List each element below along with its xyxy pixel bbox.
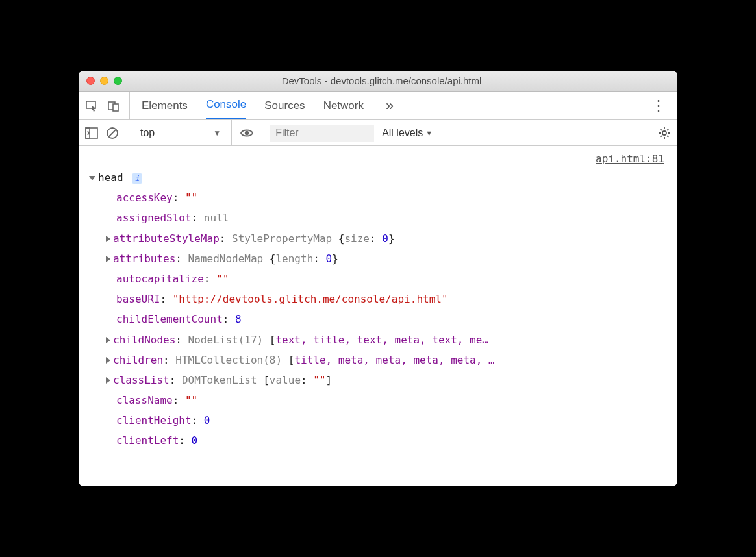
svg-line-13: [661, 129, 662, 130]
chevron-down-icon: ▼: [425, 129, 433, 137]
titlebar: DevTools - devtools.glitch.me/console/ap…: [79, 71, 677, 92]
prop-row[interactable]: children: HTMLCollection(8) [title, meta…: [89, 350, 667, 370]
context-value: top: [140, 127, 155, 139]
expand-arrow-icon[interactable]: [106, 357, 110, 364]
context-selector[interactable]: top ▼: [135, 120, 232, 145]
expand-arrow-icon[interactable]: [106, 236, 110, 242]
prop-row[interactable]: baseURI: "http://devtools.glitch.me/cons…: [89, 289, 667, 309]
info-badge-icon[interactable]: i: [132, 173, 142, 184]
eye-icon[interactable]: [240, 126, 254, 140]
filter-input[interactable]: [270, 125, 374, 142]
svg-point-8: [662, 131, 666, 135]
devtools-window: DevTools - devtools.glitch.me/console/ap…: [79, 71, 677, 486]
prop-row[interactable]: childNodes: NodeList(17) [text, title, t…: [89, 330, 667, 350]
device-toggle-icon[interactable]: [107, 99, 120, 112]
inspect-icon[interactable]: [85, 99, 98, 112]
tab-console[interactable]: Console: [206, 92, 246, 119]
prop-row[interactable]: attributes: NamedNodeMap {length: 0}: [89, 249, 667, 269]
tab-sources[interactable]: Sources: [264, 92, 305, 119]
more-menu[interactable]: ⋮: [646, 92, 671, 119]
expand-arrow-icon[interactable]: [106, 377, 110, 384]
window-title: DevTools - devtools.glitch.me/console/ap…: [94, 75, 670, 86]
prop-row[interactable]: assignedSlot: null: [89, 208, 667, 228]
svg-point-7: [245, 130, 249, 134]
tab-network[interactable]: Network: [323, 92, 364, 119]
svg-line-14: [667, 136, 668, 137]
clear-console-icon[interactable]: [106, 127, 119, 140]
chevron-down-icon: ▼: [213, 129, 221, 138]
prop-row[interactable]: childElementCount: 8: [89, 309, 667, 329]
prop-row[interactable]: clientHeight: 0: [89, 410, 667, 430]
prop-row[interactable]: attributeStyleMap: StylePropertyMap {siz…: [89, 229, 667, 249]
panel-tabbar: Elements Console Sources Network » ⋮: [79, 92, 677, 120]
prop-row[interactable]: autocapitalize: "": [89, 269, 667, 289]
svg-rect-2: [113, 104, 118, 111]
gear-icon[interactable]: [658, 127, 671, 140]
console-toolbar: top ▼ All levels ▼: [79, 120, 677, 146]
svg-rect-3: [86, 128, 97, 138]
svg-line-6: [109, 130, 116, 136]
levels-label: All levels: [382, 127, 423, 139]
console-output: head i accessKey: "" assignedSlot: null …: [79, 167, 677, 486]
prop-row[interactable]: classList: DOMTokenList [value: ""]: [89, 370, 667, 390]
prop-row[interactable]: clientLeft: 0: [89, 430, 667, 451]
tab-overflow[interactable]: »: [382, 92, 397, 119]
prop-row[interactable]: className: "": [89, 390, 667, 410]
log-levels-selector[interactable]: All levels ▼: [382, 127, 433, 139]
svg-line-15: [661, 136, 662, 137]
source-link[interactable]: api.html:81: [79, 146, 677, 167]
tab-elements[interactable]: Elements: [142, 92, 188, 119]
expand-arrow-icon[interactable]: [106, 256, 110, 262]
object-root[interactable]: head i: [89, 167, 667, 188]
prop-row[interactable]: accessKey: "": [89, 188, 667, 208]
expand-arrow-icon[interactable]: [89, 176, 95, 180]
svg-line-16: [667, 129, 668, 130]
expand-arrow-icon[interactable]: [106, 337, 110, 343]
console-sidebar-toggle-icon[interactable]: [85, 127, 98, 139]
